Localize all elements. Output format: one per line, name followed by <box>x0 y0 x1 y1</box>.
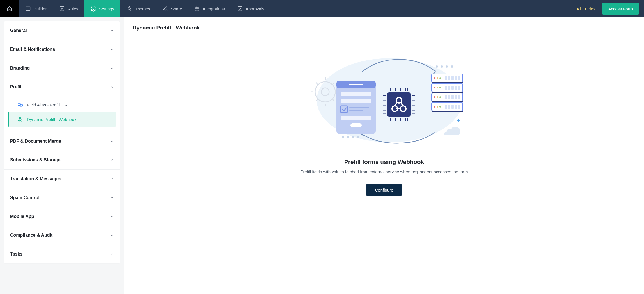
top-nav-right: All Entries Access Form <box>571 0 644 17</box>
svg-rect-62 <box>445 86 447 90</box>
rules-icon <box>59 6 65 12</box>
sidebar-section-branding[interactable]: Branding <box>4 59 120 78</box>
sidebar-title: PDF & Document Merge <box>10 139 61 144</box>
webhook-icon <box>17 117 23 122</box>
subitem-field-alias[interactable]: Field Alias - Prefill URL <box>8 97 116 112</box>
link-icon <box>17 102 23 108</box>
svg-point-46 <box>437 77 438 79</box>
subitem-label: Dynamic Prefill - Webhook <box>27 117 76 122</box>
sidebar-title: Mobile App <box>10 214 34 219</box>
nav-label: Themes <box>135 6 150 11</box>
chevron-down-icon <box>110 196 114 200</box>
sidebar-section-translation[interactable]: Translation & Messages <box>4 170 120 188</box>
sidebar-section-compliance[interactable]: Compliance & Audit <box>4 226 120 245</box>
svg-rect-76 <box>458 105 460 109</box>
sidebar-title: Branding <box>10 66 30 71</box>
svg-point-16 <box>441 65 443 68</box>
sidebar-section-tasks[interactable]: Tasks <box>4 245 120 263</box>
sidebar-title: Tasks <box>10 252 22 257</box>
sidebar: General Email & Notifications Branding <box>0 17 124 267</box>
nav-share[interactable]: Share <box>156 0 188 17</box>
svg-rect-71 <box>458 95 460 99</box>
nav-themes[interactable]: Themes <box>120 0 156 17</box>
svg-point-50 <box>439 87 441 88</box>
nav-approvals[interactable]: Approvals <box>231 0 271 17</box>
svg-point-52 <box>437 96 438 98</box>
svg-point-17 <box>446 65 448 68</box>
sidebar-section-submissions[interactable]: Submissions & Storage <box>4 151 120 170</box>
chevron-down-icon <box>110 177 114 181</box>
svg-rect-43 <box>432 101 463 102</box>
svg-rect-26 <box>341 92 371 96</box>
svg-point-5 <box>166 10 167 11</box>
sidebar-section-pdf[interactable]: PDF & Document Merge <box>4 132 120 151</box>
nav-label: Builder <box>34 6 47 11</box>
svg-rect-58 <box>448 76 450 80</box>
home-button[interactable] <box>0 0 19 17</box>
subitem-dynamic-prefill[interactable]: Dynamic Prefill - Webhook <box>8 112 116 127</box>
svg-rect-57 <box>445 76 447 80</box>
chevron-up-icon <box>110 85 114 89</box>
svg-rect-75 <box>455 105 457 109</box>
chevron-down-icon <box>110 215 114 218</box>
svg-rect-64 <box>451 86 454 90</box>
nav-label: Rules <box>68 6 78 11</box>
hero-title: Prefill forms using Webhook <box>344 159 424 165</box>
nav-label: Settings <box>99 6 114 11</box>
svg-point-15 <box>436 65 438 68</box>
svg-rect-67 <box>445 95 447 99</box>
svg-rect-25 <box>349 84 363 85</box>
top-nav: Builder Rules Settings Themes Share Inte… <box>0 0 644 17</box>
svg-point-53 <box>439 96 441 98</box>
approvals-icon <box>237 6 243 12</box>
chevron-down-icon <box>110 29 114 33</box>
builder-icon <box>25 6 31 12</box>
svg-point-18 <box>451 65 453 68</box>
svg-rect-30 <box>349 110 363 111</box>
svg-rect-40 <box>432 102 463 111</box>
sidebar-title: Spam Control <box>10 195 40 200</box>
subitem-label: Field Alias - Prefill URL <box>27 102 70 107</box>
svg-point-54 <box>434 106 435 108</box>
nav-label: Approvals <box>246 6 264 11</box>
nav-label: Integrations <box>203 6 225 11</box>
svg-point-48 <box>434 87 435 88</box>
sidebar-title: Translation & Messages <box>10 176 61 181</box>
svg-rect-38 <box>432 83 463 92</box>
nav-rules[interactable]: Rules <box>53 0 84 17</box>
sidebar-title: Prefill <box>10 85 22 90</box>
configure-button[interactable]: Configure <box>366 184 401 196</box>
svg-rect-37 <box>432 74 463 82</box>
svg-rect-65 <box>455 86 457 90</box>
svg-rect-68 <box>448 95 450 99</box>
access-form-button[interactable]: Access Form <box>602 3 639 15</box>
svg-rect-0 <box>26 7 30 10</box>
sidebar-title: Compliance & Audit <box>10 233 52 238</box>
svg-rect-32 <box>350 123 362 127</box>
sidebar-section-general[interactable]: General <box>4 21 120 40</box>
svg-rect-74 <box>451 105 454 109</box>
all-entries-link[interactable]: All Entries <box>576 6 595 11</box>
sidebar-section-spam[interactable]: Spam Control <box>4 188 120 207</box>
sidebar-section-email[interactable]: Email & Notifications <box>4 40 120 59</box>
home-icon <box>7 6 12 12</box>
svg-rect-70 <box>455 95 457 99</box>
svg-point-2 <box>93 8 94 10</box>
main-content: Dynamic Prefill - Webhook <box>124 17 644 294</box>
svg-point-45 <box>434 77 435 79</box>
sidebar-section-mobile[interactable]: Mobile App <box>4 207 120 226</box>
nav-integrations[interactable]: Integrations <box>188 0 231 17</box>
page-header: Dynamic Prefill - Webhook <box>124 17 644 38</box>
chevron-down-icon <box>110 158 114 162</box>
svg-rect-29 <box>349 107 369 108</box>
nav-settings[interactable]: Settings <box>84 0 120 17</box>
settings-icon <box>91 6 96 12</box>
nav-builder[interactable]: Builder <box>19 0 53 17</box>
nav-label: Share <box>171 6 182 11</box>
svg-rect-66 <box>458 86 460 90</box>
sidebar-title: Submissions & Storage <box>10 158 61 163</box>
sidebar-section-prefill[interactable]: Prefill Field Alias - Prefill URL Dynami… <box>4 78 120 132</box>
svg-point-21 <box>347 136 349 138</box>
svg-point-55 <box>437 106 438 108</box>
svg-rect-6 <box>238 7 242 11</box>
